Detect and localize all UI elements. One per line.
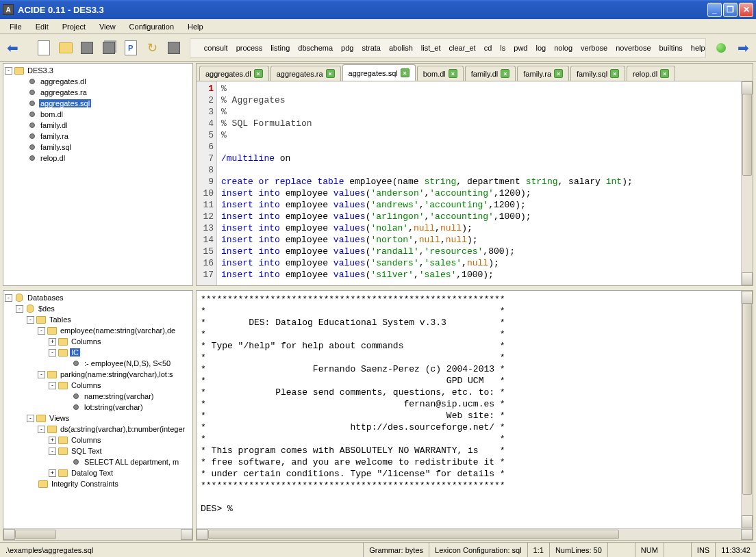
- table-parking[interactable]: -parking(name:string(varchar),lot:s: [5, 369, 191, 380]
- cmd-cd[interactable]: cd: [484, 44, 492, 52]
- tab-close-icon[interactable]: ×: [401, 68, 410, 77]
- dbtree-hscrollbar[interactable]: [3, 528, 192, 540]
- columns-folder[interactable]: -Columns: [5, 380, 191, 391]
- save-button[interactable]: [78, 38, 96, 57]
- cmd-consult[interactable]: consult: [204, 44, 228, 52]
- tab-label: relop.dl: [633, 70, 657, 78]
- project-file[interactable]: family.dl: [5, 120, 191, 131]
- cmd-verbose[interactable]: verbose: [581, 44, 607, 52]
- project-file[interactable]: aggregates.sql: [5, 98, 191, 109]
- console-output[interactable]: ****************************************…: [197, 291, 741, 528]
- views-folder[interactable]: -Views: [5, 413, 191, 424]
- cmd-clear_et[interactable]: clear_et: [449, 44, 476, 52]
- stop-button[interactable]: [165, 38, 183, 57]
- blank-page-icon: [38, 40, 50, 55]
- cmd-listing[interactable]: listing: [270, 44, 290, 52]
- tab-close-icon[interactable]: ×: [554, 69, 563, 78]
- tab-close-icon[interactable]: ×: [660, 69, 669, 78]
- tab-family-sql[interactable]: family.sql×: [570, 66, 625, 81]
- cmd-dbschema[interactable]: dbschema: [298, 44, 333, 52]
- nav-back-button[interactable]: ⬅: [4, 38, 22, 57]
- project-file[interactable]: family.sql: [5, 142, 191, 153]
- ic-rule[interactable]: :- employee(N,D,S), S<50: [5, 358, 191, 369]
- tab-bom-dl[interactable]: bom.dl×: [417, 66, 464, 81]
- maximize-button[interactable]: ❐: [723, 3, 738, 17]
- line-gutter: 1234567891011121314151617: [197, 81, 217, 285]
- cmd-list_et[interactable]: list_et: [421, 44, 441, 52]
- database-panel: -Databases-$des-Tables-employee(name:str…: [3, 290, 193, 541]
- editor-vscrollbar[interactable]: [741, 81, 753, 285]
- cmd-help[interactable]: help: [691, 44, 705, 52]
- project-file[interactable]: bom.dl: [5, 109, 191, 120]
- tab-aggregates-ra[interactable]: aggregates.ra×: [270, 66, 341, 81]
- menu-help[interactable]: Help: [181, 21, 210, 32]
- cmd-strata[interactable]: strata: [362, 44, 381, 52]
- db-root[interactable]: -Databases: [5, 292, 191, 303]
- open-file-button[interactable]: [57, 38, 75, 57]
- integrity-constraints[interactable]: Integrity Constraints: [5, 478, 191, 489]
- cmd-pdg[interactable]: pdg: [341, 44, 353, 52]
- sql-text[interactable]: SELECT ALL department, m: [5, 456, 191, 467]
- console-panel: ****************************************…: [196, 290, 753, 541]
- project-root[interactable]: -DES3.3: [5, 65, 191, 76]
- table-employee[interactable]: -employee(name:string(varchar),de: [5, 325, 191, 336]
- database-tree[interactable]: -Databases-$des-Tables-employee(name:str…: [3, 291, 192, 528]
- status-time: 11:33:42: [715, 543, 756, 557]
- columns-folder[interactable]: +Columns: [5, 435, 191, 445]
- cmd-builtins[interactable]: builtins: [659, 44, 683, 52]
- tab-aggregates-sql[interactable]: aggregates.sql×: [342, 64, 416, 81]
- project-file[interactable]: family.ra: [5, 131, 191, 142]
- tab-family-dl[interactable]: family.dl×: [465, 66, 516, 81]
- tab-family-ra[interactable]: family.ra×: [517, 66, 569, 81]
- cmd-log[interactable]: log: [536, 44, 546, 52]
- view-ds[interactable]: -ds(a:string(varchar),b:number(integer: [5, 424, 191, 435]
- code-editor[interactable]: % % Aggregates % % SQL Formulation % /mu…: [217, 81, 741, 285]
- console-hscrollbar[interactable]: [197, 528, 753, 540]
- project-file[interactable]: aggregates.ra: [5, 87, 191, 98]
- project-file[interactable]: aggregates.dl: [5, 76, 191, 87]
- tab-aggregates-dl[interactable]: aggregates.dl×: [199, 66, 269, 81]
- menu-edit[interactable]: Edit: [29, 21, 55, 32]
- refresh-button[interactable]: ↻: [143, 38, 161, 57]
- minimize-button[interactable]: _: [707, 3, 722, 17]
- toolbar: ⬅ P ↻ consultprocesslistingdbschemapdgst…: [0, 34, 756, 62]
- editor-panel: aggregates.dl×aggregates.ra×aggregates.s…: [196, 63, 753, 286]
- cmd-abolish[interactable]: abolish: [389, 44, 413, 52]
- nav-forward-button[interactable]: ➡: [734, 38, 752, 57]
- status-pos: 1:1: [527, 543, 549, 557]
- menu-view[interactable]: View: [92, 21, 123, 32]
- tab-relop-dl[interactable]: relop.dl×: [627, 66, 675, 81]
- close-button[interactable]: ✕: [739, 3, 753, 17]
- db-node[interactable]: -$des: [5, 303, 191, 314]
- tab-close-icon[interactable]: ×: [326, 69, 335, 78]
- sqltext-folder[interactable]: -SQL Text: [5, 445, 191, 456]
- cmd-process[interactable]: process: [236, 44, 263, 52]
- tab-close-icon[interactable]: ×: [449, 69, 457, 78]
- status-ins: INS: [691, 543, 715, 557]
- new-file-button[interactable]: [35, 38, 53, 57]
- menu-configuration[interactable]: Configuration: [123, 21, 181, 32]
- tab-close-icon[interactable]: ×: [501, 69, 509, 78]
- project-panel: -DES3.3aggregates.dlaggregates.raaggrega…: [3, 63, 193, 286]
- column-item[interactable]: lot:string(varchar): [5, 402, 191, 413]
- project-file[interactable]: relop.dl: [5, 153, 191, 164]
- project-button[interactable]: P: [122, 38, 140, 57]
- cmd-ls[interactable]: ls: [500, 44, 505, 52]
- run-button[interactable]: [713, 38, 731, 57]
- save-all-button[interactable]: [100, 38, 118, 57]
- ic-folder[interactable]: -IC: [5, 347, 191, 358]
- menu-file[interactable]: File: [3, 21, 29, 32]
- menu-project[interactable]: Project: [55, 21, 92, 32]
- cmd-pwd[interactable]: pwd: [514, 44, 527, 52]
- column-item[interactable]: name:string(varchar): [5, 391, 191, 402]
- tables-folder[interactable]: -Tables: [5, 314, 191, 325]
- project-tree[interactable]: -DES3.3aggregates.dlaggregates.raaggrega…: [3, 64, 192, 285]
- columns-folder[interactable]: +Columns: [5, 336, 191, 347]
- cmd-nolog[interactable]: nolog: [554, 44, 572, 52]
- disk-icon: [81, 42, 93, 54]
- tab-close-icon[interactable]: ×: [254, 69, 263, 78]
- tab-close-icon[interactable]: ×: [610, 69, 619, 78]
- console-vscrollbar[interactable]: [741, 291, 753, 528]
- dltext-folder[interactable]: +Datalog Text: [5, 467, 191, 478]
- cmd-noverbose[interactable]: noverbose: [616, 44, 651, 52]
